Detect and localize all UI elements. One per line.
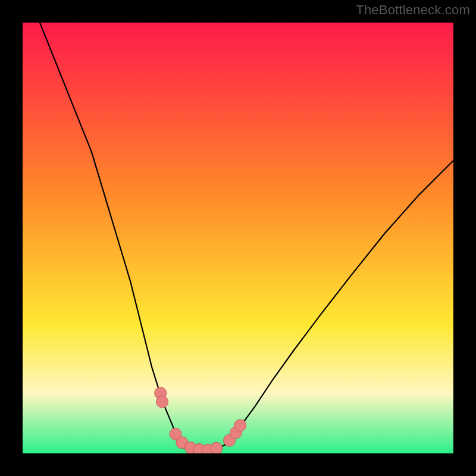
plot-area xyxy=(23,23,453,453)
data-marker xyxy=(156,396,168,408)
gradient-background xyxy=(23,23,453,453)
data-marker xyxy=(234,419,246,431)
data-marker xyxy=(211,442,223,453)
chart-frame: TheBottleneck.com xyxy=(0,0,476,476)
bottleneck-chart xyxy=(23,23,453,453)
watermark-text: TheBottleneck.com xyxy=(356,2,470,18)
